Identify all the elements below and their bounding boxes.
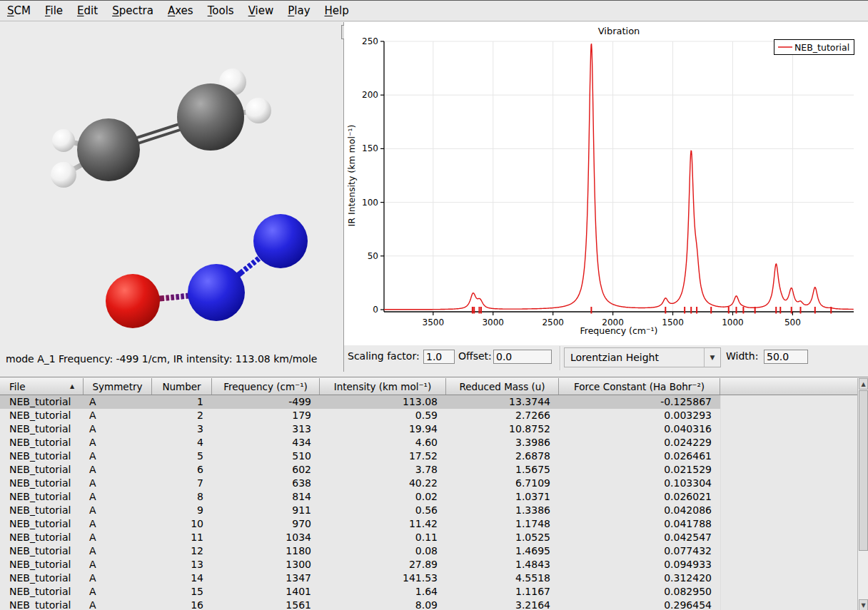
- cell: 1180: [212, 544, 320, 558]
- menu-view[interactable]: View: [241, 4, 281, 17]
- table-row[interactable]: NEB_tutorialA1615618.093.21640.296454: [0, 599, 720, 610]
- cell: 1.64: [320, 585, 446, 599]
- x-axis-label: Frequency (cm⁻¹): [580, 325, 658, 336]
- table-row[interactable]: NEB_tutorialA763840.226.71090.103304: [0, 477, 720, 490]
- cell: 0.312420: [559, 571, 720, 585]
- table-row[interactable]: NEB_tutorialA141347141.534.55180.312420: [0, 571, 720, 585]
- column-header-reduced[interactable]: Reduced Mass (u): [446, 378, 559, 395]
- cell: 3.2164: [446, 599, 559, 610]
- menu-edit[interactable]: Edit: [70, 4, 105, 17]
- lineshape-select[interactable]: Lorentzian Height ▼: [564, 347, 721, 367]
- cell: 1300: [212, 558, 320, 571]
- offset-input[interactable]: [493, 350, 552, 364]
- table-row[interactable]: NEB_tutorialA1514011.641.11670.082950: [0, 585, 720, 599]
- column-header-frequency[interactable]: Frequency (cm⁻¹): [212, 378, 320, 395]
- menu-spectra[interactable]: Spectra: [105, 4, 161, 17]
- cell: NEB_tutorial: [0, 531, 84, 544]
- cell: 638: [212, 477, 320, 490]
- cell: 0.041788: [559, 517, 720, 531]
- table-header: File▲SymmetryNumberFrequency (cm⁻¹)Inten…: [0, 378, 857, 395]
- column-header-force[interactable]: Force Constant (Ha Bohr⁻²): [559, 378, 720, 395]
- cell: A: [84, 544, 152, 558]
- cell: 0.042086: [559, 504, 720, 517]
- cell: NEB_tutorial: [0, 436, 84, 449]
- legend-label: NEB_tutorial: [794, 42, 849, 53]
- cell: 0.296454: [559, 599, 720, 610]
- width-label: Width:: [726, 350, 758, 362]
- svg-text:3000: 3000: [482, 317, 504, 327]
- cell: NEB_tutorial: [0, 517, 84, 531]
- atom-H: [52, 129, 75, 152]
- svg-text:0: 0: [373, 305, 378, 315]
- scaling-factor-input[interactable]: [423, 350, 455, 364]
- atom-N: [188, 264, 245, 321]
- menu-tools[interactable]: Tools: [201, 4, 241, 17]
- scrollbar-down-button[interactable]: ▼: [859, 599, 868, 610]
- scrollbar-up-button[interactable]: ▲: [859, 378, 868, 390]
- vertical-scrollbar[interactable]: ▲ ▼: [857, 378, 868, 610]
- menu-scm[interactable]: SCM: [0, 4, 38, 17]
- menu-axes[interactable]: Axes: [161, 4, 201, 17]
- cell: 6.7109: [446, 477, 559, 490]
- table-row[interactable]: NEB_tutorialA99110.561.33860.042086: [0, 504, 720, 517]
- cell: NEB_tutorial: [0, 571, 84, 585]
- cell: NEB_tutorial: [0, 544, 84, 558]
- cell: 2.7266: [446, 409, 559, 422]
- table-row[interactable]: NEB_tutorialA13130027.891.48430.094933: [0, 558, 720, 571]
- column-header-file[interactable]: File▲: [0, 378, 84, 395]
- cell: NEB_tutorial: [0, 463, 84, 477]
- table-row[interactable]: NEB_tutorialA1-499113.0813.3744-0.125867: [0, 395, 720, 409]
- chart-title: Vibration: [598, 26, 640, 36]
- cell: 0.59: [320, 409, 446, 422]
- table-row[interactable]: NEB_tutorialA1097011.421.17480.041788: [0, 517, 720, 531]
- molecule-3d-render[interactable]: [0, 22, 343, 345]
- table-row[interactable]: NEB_tutorialA88140.021.03710.026021: [0, 490, 720, 504]
- cell: A: [84, 490, 152, 504]
- cell: 8: [152, 490, 212, 504]
- cell: A: [84, 436, 152, 449]
- width-input[interactable]: [764, 350, 808, 364]
- lineshape-selected-value: Lorentzian Height: [565, 352, 704, 363]
- cell: 0.02: [320, 490, 446, 504]
- scrollbar-thumb[interactable]: [859, 390, 868, 551]
- cell: NEB_tutorial: [0, 422, 84, 436]
- svg-text:200: 200: [362, 90, 378, 100]
- menu-file[interactable]: File: [38, 4, 70, 17]
- menu-help[interactable]: Help: [318, 4, 356, 17]
- cell: 13: [152, 558, 212, 571]
- cell: 4: [152, 436, 212, 449]
- cell: 1401: [212, 585, 320, 599]
- cell: 814: [212, 490, 320, 504]
- column-header-number[interactable]: Number: [152, 378, 212, 395]
- cell: NEB_tutorial: [0, 558, 84, 571]
- cell: 13.3744: [446, 395, 559, 409]
- y-axis-label: IR Intensity (km mol⁻¹): [346, 125, 357, 227]
- table-row[interactable]: NEB_tutorialA44344.603.39860.024229: [0, 436, 720, 449]
- cell: 0.103304: [559, 477, 720, 490]
- column-header-symmetry[interactable]: Symmetry: [84, 378, 152, 395]
- cell: 15: [152, 585, 212, 599]
- atom-H: [246, 98, 271, 123]
- cell: 0.11: [320, 531, 446, 544]
- table-row[interactable]: NEB_tutorialA1110340.111.05250.042547: [0, 531, 720, 544]
- cell: 4.60: [320, 436, 446, 449]
- column-header-intensity[interactable]: Intensity (km mol⁻¹): [320, 378, 446, 395]
- cell: 1.1748: [446, 517, 559, 531]
- table-row[interactable]: NEB_tutorialA331319.9410.87520.040316: [0, 422, 720, 436]
- cell: 3: [152, 422, 212, 436]
- table-separator: [0, 377, 868, 377]
- svg-text:250: 250: [362, 36, 378, 46]
- table-row[interactable]: NEB_tutorialA21790.592.72660.003293: [0, 409, 720, 422]
- menubar: SCMFileEditSpectraAxesToolsViewPlayHelp: [0, 1, 868, 21]
- menu-play[interactable]: Play: [281, 4, 317, 17]
- cell: 9: [152, 504, 212, 517]
- molecule-viewer[interactable]: mode A_1 Frequency: -499 1/cm, IR intens…: [0, 22, 343, 372]
- table-row[interactable]: NEB_tutorialA551017.522.68780.026461: [0, 449, 720, 463]
- ir-spectrum-chart[interactable]: 0501001502002503500300025002000150010005…: [344, 22, 868, 345]
- table-row[interactable]: NEB_tutorialA1211800.081.46950.077432: [0, 544, 720, 558]
- cell: 1.0371: [446, 490, 559, 504]
- dropdown-arrow-button[interactable]: ▼: [704, 348, 720, 367]
- cell: 1.5675: [446, 463, 559, 477]
- cell: 313: [212, 422, 320, 436]
- table-row[interactable]: NEB_tutorialA66023.781.56750.021529: [0, 463, 720, 477]
